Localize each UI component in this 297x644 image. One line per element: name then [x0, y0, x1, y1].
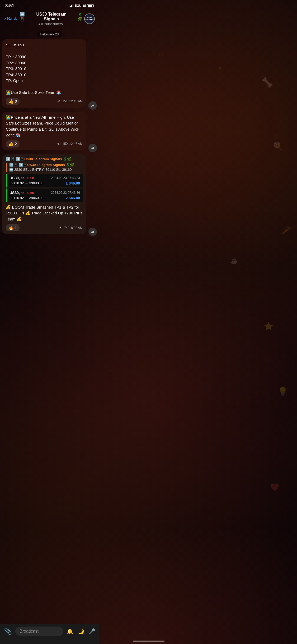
reaction-btn-1[interactable]: 👍 3 — [6, 98, 20, 105]
signal-bar-2 — [70, 6, 71, 7]
trade-card-1-header: US30, sell 0.50 2024.02.23 07:43:33 — [10, 176, 80, 180]
channel-emoji: 💲🌿 — [75, 12, 84, 21]
trade-2-profit: 2 546.00 — [66, 196, 80, 200]
reaction-btn-3[interactable]: 🔥 1 — [6, 224, 20, 231]
signal-bar-4 — [73, 4, 73, 7]
trade-1-symbol-action: US30, sell 0.50 — [10, 176, 34, 180]
back-chevron-icon: ‹ — [4, 16, 6, 21]
message-time-1: 12:45 AM — [69, 99, 83, 103]
trade-1-symbol: US30, — [10, 176, 20, 180]
trade-2-prices: 39110.92 → 39060.00 — [10, 196, 44, 200]
reaction-count-3: 1 — [15, 226, 17, 230]
trade-2-symbol-action: US30, sell 0.50 — [10, 191, 34, 195]
message-row-3: ➡️📱 ➡️📱US30 Telegram Signals 💲🌿 ➡️📱 ➡️📱U… — [2, 154, 97, 236]
nav-header: ‹ Back ➡️📱 US30 Telegram Signals 💲🌿 410 … — [0, 10, 99, 29]
message-bubble-2: 🧑‍💻Price is at a New All Time High, Use … — [2, 112, 86, 150]
date-divider: February 23 — [2, 31, 97, 37]
network-type: 5GU — [75, 4, 82, 8]
message-bubble-3: ➡️📱 ➡️📱US30 Telegram Signals 💲🌿 ➡️📱 ➡️📱U… — [2, 154, 86, 234]
forwarded-label: ➡️📱 — [6, 157, 15, 161]
status-time: 3:51 — [5, 3, 14, 8]
battery-body — [87, 4, 94, 7]
message-text-3: 💰 BOOM Trade Smashed TP1 & TP2 for +500 … — [6, 204, 83, 222]
trade-card-2: US30, sell 0.50 2024.02.23 07:43:36 3911… — [6, 188, 83, 202]
message-time-3: 8:02 AM — [71, 226, 83, 230]
message-text-2: 🧑‍💻Price is at a New All Time High, Use … — [6, 114, 83, 138]
back-label: Back — [7, 16, 17, 21]
channel-name-row: ➡️📱 US30 Telegram Signals 💲🌿 — [17, 12, 84, 22]
message-meta-1: 👁 151 12:45 AM — [57, 99, 83, 103]
battery-indicator: 86 — [83, 4, 94, 8]
status-icons: 5GU 86 — [69, 4, 94, 8]
back-button[interactable]: ‹ Back — [4, 16, 17, 21]
trade-2-route: 39110.92 → 39060.00 2 546.00 — [10, 196, 80, 200]
message-time-2: 12:47 AM — [69, 142, 83, 146]
trade-1-prices: 39110.92 → 39090.00 — [10, 181, 44, 185]
message-text-1: SL: 39160 TP1: 39090 TP2: 39060 TP3: 390… — [6, 42, 83, 96]
reaction-count-2: 2 — [15, 142, 17, 146]
forwarded-header: ➡️📱 ➡️📱US30 Telegram Signals 💲🌿 — [6, 157, 83, 161]
views-count-2: 150 — [62, 142, 68, 146]
message-row-2: 🧑‍💻Price is at a New All Time High, Use … — [2, 112, 97, 152]
avatar-text: US30SIGNALS — [85, 17, 93, 21]
message-bubble-1: SL: 39160 TP1: 39090 TP2: 39060 TP3: 390… — [2, 39, 86, 108]
trade-2-symbol: US30, — [10, 191, 20, 195]
views-icon-2: 👁 — [57, 142, 61, 146]
message-meta-2: 👁 150 12:47 AM — [57, 142, 83, 146]
reaction-emoji-3: 🔥 — [8, 225, 14, 230]
views-count-3: 742 — [64, 226, 69, 230]
share-button-3[interactable] — [88, 228, 97, 236]
channel-info[interactable]: ➡️📱 US30 Telegram Signals 💲🌿 410 subscri… — [17, 12, 84, 26]
channel-name: US30 Telegram Signals — [29, 12, 74, 21]
message-row-1: SL: 39160 TP1: 39090 TP2: 39060 TP3: 390… — [2, 39, 97, 110]
trade-2-action: sell 0.50 — [21, 191, 34, 195]
trade-1-profit: 1 046.00 — [66, 181, 80, 185]
message-footer-2: 👍 2 👁 150 12:47 AM — [6, 140, 83, 148]
reaction-emoji-2: 👍 — [8, 141, 14, 146]
reaction-count-1: 3 — [15, 99, 17, 103]
trade-1-route: 39110.92 → 39090.00 1 046.00 — [10, 181, 80, 185]
share-button-2[interactable] — [88, 144, 97, 152]
quoted-author-name: ➡️📱US30 Telegram Signals 💲🌿 — [19, 163, 74, 167]
share-button-1[interactable] — [88, 101, 97, 110]
status-bar: 3:51 5GU 86 — [0, 0, 99, 10]
trade-1-action: sell 0.50 — [21, 176, 34, 180]
share-icon-1 — [91, 103, 95, 108]
channel-avatar[interactable]: US30SIGNALS — [84, 13, 95, 24]
trade-card-1: US30, sell 0.50 2024.02.23 07:43:33 3911… — [6, 174, 83, 187]
quoted-block: ➡️📱 ➡️📱US30 Telegram Signals 💲🌿 ➡️US30 S… — [6, 163, 83, 172]
views-icon-1: 👁 — [57, 99, 61, 103]
trade-2-datetime: 2024.02.23 07:43:36 — [51, 191, 80, 195]
views-count-1: 151 — [62, 99, 68, 103]
views-icon-3: 👁 — [59, 226, 63, 230]
date-label: February 23 — [37, 31, 62, 37]
signal-bars — [69, 4, 73, 7]
signal-bar-1 — [69, 6, 69, 7]
signal-bar-3 — [71, 5, 72, 7]
share-icon-2 — [91, 146, 95, 150]
battery-percent: 86 — [83, 4, 87, 8]
reaction-emoji-1: 👍 — [8, 99, 14, 104]
reaction-btn-2[interactable]: 👍 2 — [6, 140, 20, 148]
trade-card-2-header: US30, sell 0.50 2024.02.23 07:43:36 — [10, 191, 80, 195]
message-footer-3: 🔥 1 👁 742 8:02 AM — [6, 224, 83, 231]
share-icon-3 — [91, 230, 95, 234]
quoted-author: ➡️📱 ➡️📱US30 Telegram Signals 💲🌿 — [9, 163, 83, 167]
channel-icon: ➡️📱 — [17, 12, 27, 22]
channel-subscribers: 410 subscribers — [17, 22, 84, 26]
message-meta-3: 👁 742 8:02 AM — [59, 226, 83, 230]
trade-1-datetime: 2024.02.23 07:43:33 — [51, 176, 80, 180]
message-footer-1: 👍 3 👁 151 12:45 AM — [6, 98, 83, 105]
forwarded-channel: ➡️📱US30 Telegram Signals 💲🌿 — [16, 157, 71, 161]
quoted-text: ➡️US30 SELL ENTRY: 39110 SL: 39160... — [9, 167, 83, 172]
battery-fill — [88, 5, 92, 7]
messages-container: February 23 SL: 39160 TP1: 39090 TP2: 39… — [0, 31, 99, 265]
